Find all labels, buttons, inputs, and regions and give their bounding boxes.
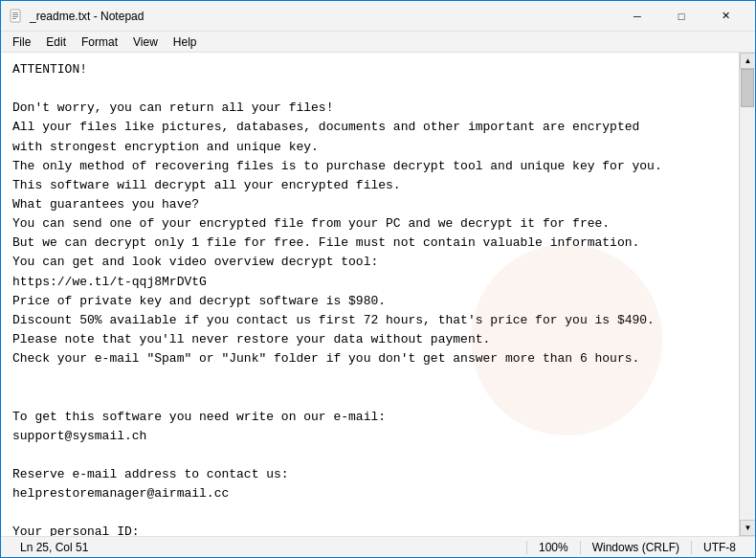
notepad-window: _readme.txt - Notepad ─ □ ✕ File Edit Fo…	[0, 0, 756, 558]
window-controls: ─ □ ✕	[615, 1, 747, 32]
menu-help[interactable]: Help	[166, 33, 205, 51]
status-bar: Ln 25, Col 51 100% Windows (CRLF) UTF-8	[1, 536, 755, 557]
scrollbar-thumb[interactable]	[741, 69, 754, 107]
encoding: UTF-8	[692, 541, 747, 554]
content-area: ATTENTION! Don't worry, you can return a…	[1, 53, 755, 536]
menu-bar: File Edit Format View Help	[1, 32, 755, 53]
scroll-up-button[interactable]: ▲	[740, 53, 755, 69]
title-bar: _readme.txt - Notepad ─ □ ✕	[1, 1, 755, 32]
scrollbar-track[interactable]	[740, 69, 755, 520]
menu-view[interactable]: View	[125, 33, 166, 51]
svg-rect-1	[12, 12, 18, 13]
menu-edit[interactable]: Edit	[38, 33, 74, 51]
text-editor[interactable]: ATTENTION! Don't worry, you can return a…	[1, 53, 739, 536]
svg-rect-3	[12, 16, 18, 17]
cursor-position: Ln 25, Col 51	[9, 541, 527, 554]
menu-format[interactable]: Format	[74, 33, 125, 51]
menu-file[interactable]: File	[5, 33, 38, 51]
zoom-level: 100%	[527, 541, 581, 554]
svg-rect-2	[12, 14, 18, 15]
vertical-scrollbar[interactable]: ▲ ▼	[739, 53, 755, 536]
window-title: _readme.txt - Notepad	[30, 10, 615, 23]
scroll-down-button[interactable]: ▼	[740, 520, 755, 536]
app-icon	[9, 9, 24, 24]
minimize-button[interactable]: ─	[615, 1, 659, 32]
close-button[interactable]: ✕	[703, 1, 747, 32]
svg-rect-4	[12, 18, 16, 19]
svg-rect-0	[11, 10, 20, 22]
line-ending: Windows (CRLF)	[581, 541, 692, 554]
maximize-button[interactable]: □	[659, 1, 703, 32]
